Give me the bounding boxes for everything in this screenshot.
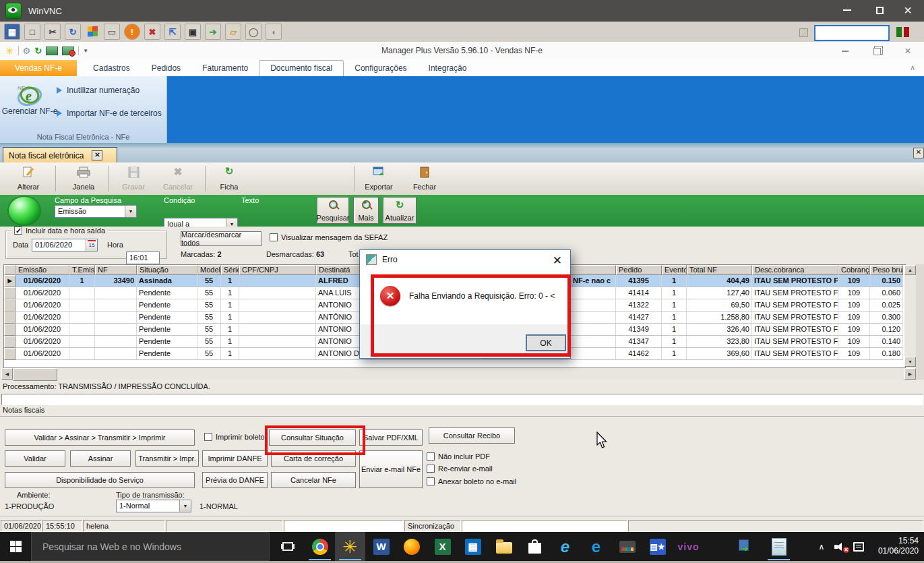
sync-tool-icon[interactable] (731, 536, 762, 557)
nfe-logo-icon[interactable]: e NF (15, 82, 44, 109)
fechar-button[interactable]: Fechar (407, 165, 442, 193)
scroll-up-icon[interactable]: ▲ (904, 265, 916, 275)
grid-column-header[interactable]: Peso brut (870, 265, 903, 275)
session-properties-icon[interactable]: ▦ (4, 24, 20, 40)
inutilizar-numeracao-item[interactable]: Inutilizar numeração (57, 86, 140, 95)
tools-icon[interactable]: ✂ (44, 24, 61, 40)
disponibilidade-button[interactable]: Disponibilidade do Serviço (5, 472, 195, 488)
scroll-down-icon[interactable]: ▼ (904, 357, 916, 367)
vivo-icon[interactable]: vivo (673, 536, 704, 557)
alterar-button[interactable]: Alterar (9, 165, 47, 193)
taskbar-clock[interactable]: 15:54 01/06/2020 (878, 536, 919, 556)
firefox-icon[interactable] (396, 536, 427, 557)
chevron-down-icon[interactable]: ▼ (125, 206, 136, 217)
tab-vendas-nfe[interactable]: Vendas NF-e (0, 60, 77, 76)
app-close-button[interactable] (901, 46, 915, 57)
tab-documento-fiscal[interactable]: Documento fiscal (259, 60, 344, 76)
data-saida-input[interactable]: 01/06/202015 (32, 239, 98, 251)
disconnect-client-icon[interactable]: ✖ (144, 24, 160, 40)
chevron-down-icon[interactable]: ▼ (179, 500, 191, 512)
imprimir-danfe-button[interactable]: Imprimir DANFE (202, 450, 268, 467)
ribbon-collapse-icon[interactable]: ∧ (910, 63, 915, 72)
vnc-close-button[interactable] (902, 4, 914, 16)
tab-integracao[interactable]: Integração (418, 61, 478, 76)
grid-vscrollbar[interactable]: ▲ ▼ (904, 265, 916, 367)
incluir-data-checkbox[interactable] (14, 227, 22, 235)
start-button[interactable] (0, 532, 31, 561)
app-minimize-button[interactable] (838, 46, 852, 57)
calendar-icon[interactable]: 15 (86, 239, 97, 251)
grid-column-header[interactable]: Situação (137, 265, 197, 275)
consultar-recibo-button[interactable]: Consultar Recibo (429, 427, 515, 444)
grid-column-header[interactable]: Modelo (197, 265, 221, 275)
attention-icon[interactable]: ! (124, 24, 140, 40)
window-list-icon[interactable]: □ (24, 24, 40, 40)
doc-tab-close-icon[interactable]: ✕ (92, 150, 102, 160)
tab-configuracoes[interactable]: Configurações (344, 61, 417, 76)
pesquisar-button[interactable]: Pesquisar (317, 197, 349, 224)
chat-icon[interactable]: ◖ (266, 24, 282, 40)
grid-column-header[interactable]: CPF/CNPJ (239, 265, 316, 275)
gerenciar-nfe-button[interactable]: Gerenciar NF-e (0, 107, 59, 116)
cash-icon[interactable] (46, 47, 58, 55)
file-explorer-icon[interactable] (489, 536, 519, 557)
grid-hscrollbar[interactable]: ◀ ▶ (1, 368, 916, 380)
enviar-email-nfe-button[interactable]: Enviar e-mail NFe (359, 450, 423, 488)
campo-pesquisa-select[interactable]: Emissão▼ (55, 205, 137, 218)
atualizar-button[interactable]: ↻ Atualizar (383, 197, 417, 224)
reenviar-email-checkbox[interactable] (427, 465, 435, 473)
internet-explorer-icon[interactable]: e (550, 536, 580, 557)
cancelar-nfe-button[interactable]: Cancelar NFe (271, 472, 356, 488)
grid-column-header[interactable]: Desc.cobranca (752, 265, 838, 275)
chrome-icon[interactable] (305, 536, 335, 557)
grid-column-header[interactable]: Série (221, 265, 239, 275)
refresh-connection-icon[interactable]: ↻ (65, 24, 81, 40)
windows-session-icon[interactable] (85, 24, 100, 38)
strip-close-icon[interactable]: ✕ (913, 148, 924, 158)
grid-column-header[interactable]: Evento (662, 265, 687, 275)
anexar-boleto-checkbox[interactable] (427, 477, 435, 485)
grid-column-header[interactable]: Emissão (16, 265, 69, 275)
calculator-icon[interactable]: ▦ (458, 536, 488, 557)
hora-saida-input[interactable]: 16:01 (126, 251, 160, 264)
vnc-maximize-button[interactable] (873, 4, 886, 16)
wrench-icon[interactable]: ⚙ (23, 46, 31, 56)
salvar-pdf-xml-button[interactable]: Salvar PDF/XML (359, 429, 423, 446)
validar-chain-button[interactable]: Validar > Assinar > Transmitir > Imprimi… (5, 429, 195, 446)
app-restore-button[interactable] (870, 46, 884, 57)
visualizar-sefaz-checkbox[interactable] (270, 233, 278, 241)
scroll-left-icon[interactable]: ◀ (1, 368, 13, 380)
vnc-minimize-button[interactable] (841, 4, 853, 16)
tab-cadastros[interactable]: Cadastros (82, 61, 141, 76)
mais-button[interactable]: Mais (353, 197, 379, 224)
tipo-transmissao-select[interactable]: 1-Normal▼ (116, 500, 191, 512)
printer-share-icon[interactable]: ▭ (104, 24, 120, 40)
asterisk-icon[interactable]: ✳ (5, 46, 14, 56)
doc-tab-nota-fiscal[interactable]: Nota fiscal eletrônica ✕ (3, 147, 117, 163)
importar-nfe-item[interactable]: Importar NF-e de terceiros (57, 109, 162, 118)
edge-icon[interactable]: e (581, 536, 611, 557)
cash-blocked-icon[interactable] (62, 47, 74, 55)
scroll-right-icon[interactable]: ▶ (904, 368, 916, 380)
display-icon[interactable]: ▣ (185, 24, 201, 40)
file-transfer-in-icon[interactable]: ▱ (225, 24, 241, 40)
assinar-button[interactable]: Assinar (70, 450, 131, 467)
marcar-desmarcar-button[interactable]: Marcar/desmarcar todos (181, 231, 261, 246)
grid-column-header[interactable]: T.Emis. (69, 265, 95, 275)
scanner-icon[interactable] (612, 536, 642, 557)
dropdown-arrow-icon[interactable]: ▼ (83, 48, 88, 54)
grid-column-header[interactable] (4, 265, 16, 275)
word-icon[interactable]: W (366, 536, 396, 557)
file-transfer-out-icon[interactable]: ➔ (205, 24, 221, 40)
vnc-option-box[interactable] (799, 28, 808, 37)
vnc-host-input[interactable] (814, 25, 890, 41)
tab-pedidos[interactable]: Pedidos (141, 61, 191, 76)
nao-incluir-pdf-checkbox[interactable] (427, 452, 435, 461)
store-icon[interactable] (520, 536, 550, 557)
region-capture-icon[interactable]: ◯ (245, 24, 261, 40)
tray-expand-icon[interactable]: ∧ (814, 532, 829, 561)
scroll-thumb[interactable] (13, 368, 57, 381)
notification-icon[interactable] (851, 532, 867, 561)
dialog-close-icon[interactable]: ✕ (553, 254, 562, 268)
exportar-button[interactable]: Exportar (361, 165, 396, 193)
